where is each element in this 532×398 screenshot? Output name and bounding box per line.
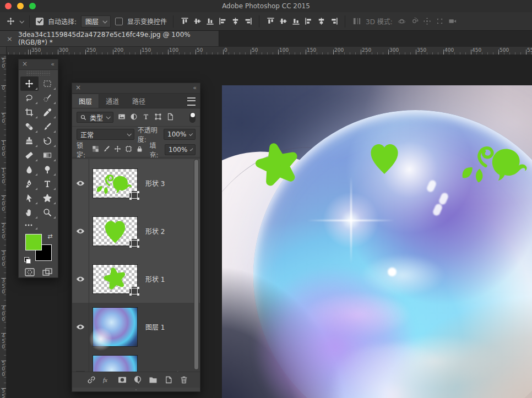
visibility-toggle[interactable] <box>72 159 89 207</box>
layers-panel-tab-路径[interactable]: 路径 <box>126 94 152 108</box>
close-panel-icon[interactable]: × <box>22 61 28 67</box>
layer-name[interactable]: 形状 1 <box>145 274 165 283</box>
adjustment-layer-button[interactable] <box>133 375 142 385</box>
lasso-tool[interactable] <box>20 91 39 105</box>
dist-right-icon[interactable] <box>329 17 339 26</box>
close-panel-icon[interactable]: × <box>75 84 81 91</box>
3d-slide-icon[interactable] <box>435 17 445 26</box>
document-tab[interactable]: × 3dea34c1159845d2a47287e5c16fc49e.jpg @… <box>0 31 219 46</box>
ornament-shape[interactable] <box>460 141 532 183</box>
ruler-origin-corner[interactable] <box>0 47 7 55</box>
filter-kind-dropdown[interactable]: 类型 <box>77 112 113 123</box>
screen-mode-button[interactable] <box>42 268 52 279</box>
align-right-icon[interactable] <box>243 17 253 26</box>
align-bottom-icon[interactable] <box>205 17 215 26</box>
vector-mask-badge[interactable] <box>129 287 139 296</box>
new-layer-button[interactable] <box>164 375 173 385</box>
layer-row-形状 3[interactable]: 形状 3 <box>72 159 200 208</box>
path-select-tool[interactable] <box>20 191 39 205</box>
align-hcenter-icon[interactable] <box>230 17 240 26</box>
eyedropper-tool[interactable] <box>39 105 57 119</box>
dodge-tool[interactable] <box>39 162 57 177</box>
filter-toggle-switch[interactable] <box>189 112 196 123</box>
layer-thumbnail[interactable] <box>93 168 138 198</box>
swap-colors-icon[interactable]: ⇄ <box>47 233 52 240</box>
brush-tool[interactable] <box>39 119 57 134</box>
auto-select-checkbox[interactable] <box>36 18 44 25</box>
blur-tool[interactable] <box>20 162 39 177</box>
filter-image-icon[interactable] <box>118 113 126 122</box>
layer-thumbnail[interactable] <box>93 264 138 294</box>
3d-orbit-icon[interactable] <box>397 17 407 26</box>
align-vcenter-icon[interactable] <box>192 17 202 26</box>
vector-mask-badge[interactable] <box>129 191 139 200</box>
lock-paint-icon[interactable] <box>103 145 110 154</box>
visibility-toggle[interactable] <box>72 207 89 255</box>
close-tab-icon[interactable]: × <box>7 35 13 42</box>
hand-tool[interactable] <box>20 205 39 220</box>
healing-brush-tool[interactable] <box>20 119 39 134</box>
lock-position-icon[interactable] <box>114 145 121 154</box>
collapse-panel-icon[interactable]: « <box>193 84 197 91</box>
layer-name[interactable]: 形状 2 <box>145 226 165 236</box>
align-top-icon[interactable] <box>180 17 189 26</box>
move-tool-icon[interactable] <box>6 17 15 26</box>
layer-style-button[interactable]: fx <box>102 375 111 385</box>
new-group-button[interactable] <box>148 375 158 385</box>
tool-preset-chevron-icon[interactable] <box>19 19 24 23</box>
dist-bottom-icon[interactable] <box>291 17 301 26</box>
layer-row-形状 1[interactable]: 形状 1 <box>72 255 200 303</box>
marquee-tool[interactable] <box>39 77 57 91</box>
blend-mode-dropdown[interactable]: 正常 <box>77 129 134 140</box>
layers-panel-tab-图层[interactable]: 图层 <box>72 94 99 108</box>
foreground-color-swatch[interactable] <box>25 234 42 250</box>
filter-smart-icon[interactable] <box>166 113 174 122</box>
quick-select-tool[interactable] <box>39 91 57 105</box>
3d-camera-icon[interactable] <box>448 17 458 26</box>
layer-thumbnail[interactable] <box>93 307 138 347</box>
3d-roll-icon[interactable] <box>410 17 420 26</box>
align-left-icon[interactable] <box>218 17 227 26</box>
pen-tool[interactable] <box>20 177 39 191</box>
opacity-dropdown[interactable]: 100% <box>164 129 196 140</box>
add-mask-button[interactable] <box>117 375 127 385</box>
layer-thumbnail[interactable] <box>93 216 138 246</box>
dist-top-icon[interactable] <box>265 17 275 26</box>
show-transform-checkbox[interactable] <box>115 18 123 25</box>
distribute-spacing-icon[interactable] <box>351 17 361 26</box>
panel-resize-grip[interactable] <box>72 388 200 391</box>
zoom-tool[interactable] <box>39 205 57 220</box>
layer-row-形状 2[interactable]: 形状 2 <box>72 207 200 255</box>
layers-panel-tab-通道[interactable]: 通道 <box>99 94 126 108</box>
filter-adjust-icon[interactable] <box>130 113 138 122</box>
panel-menu-icon[interactable] <box>187 97 196 106</box>
tools-panel-header[interactable]: × « <box>19 59 58 70</box>
link-layers-button[interactable] <box>86 375 96 385</box>
fill-dropdown[interactable]: 100% <box>165 144 196 155</box>
clone-stamp-tool[interactable] <box>20 134 39 148</box>
layers-scrollbar[interactable] <box>194 159 199 370</box>
filter-type-icon[interactable] <box>142 113 150 122</box>
dist-hcenter-icon[interactable] <box>316 17 326 26</box>
auto-select-target-dropdown[interactable]: 图层 <box>81 15 111 28</box>
delete-layer-button[interactable] <box>179 375 188 385</box>
lock-artboard-icon[interactable] <box>125 145 132 154</box>
lock-icon[interactable] <box>136 145 143 154</box>
layer-row-图层 1[interactable]: 图层 1 <box>72 303 200 351</box>
layer-name[interactable]: 背景 <box>145 370 159 372</box>
zoom-window-button[interactable] <box>29 3 36 9</box>
vector-mask-badge[interactable] <box>129 239 139 248</box>
heart-shape[interactable] <box>370 141 399 175</box>
vertical-ruler[interactable]: 50050100150200250300350400450500550 <box>0 55 7 398</box>
visibility-toggle[interactable] <box>72 255 89 303</box>
crop-tool[interactable] <box>20 105 39 119</box>
gradient-tool[interactable] <box>39 148 57 162</box>
3d-pan-icon[interactable] <box>422 17 432 26</box>
document-canvas[interactable] <box>222 85 532 398</box>
quick-mask-button[interactable] <box>25 268 35 279</box>
panel-grip[interactable] <box>26 71 50 75</box>
visibility-toggle[interactable] <box>72 351 89 372</box>
layer-row-背景[interactable]: 背景 <box>72 351 200 372</box>
layer-name[interactable]: 形状 3 <box>145 178 165 188</box>
edit-toolbar-button[interactable] <box>19 220 58 231</box>
